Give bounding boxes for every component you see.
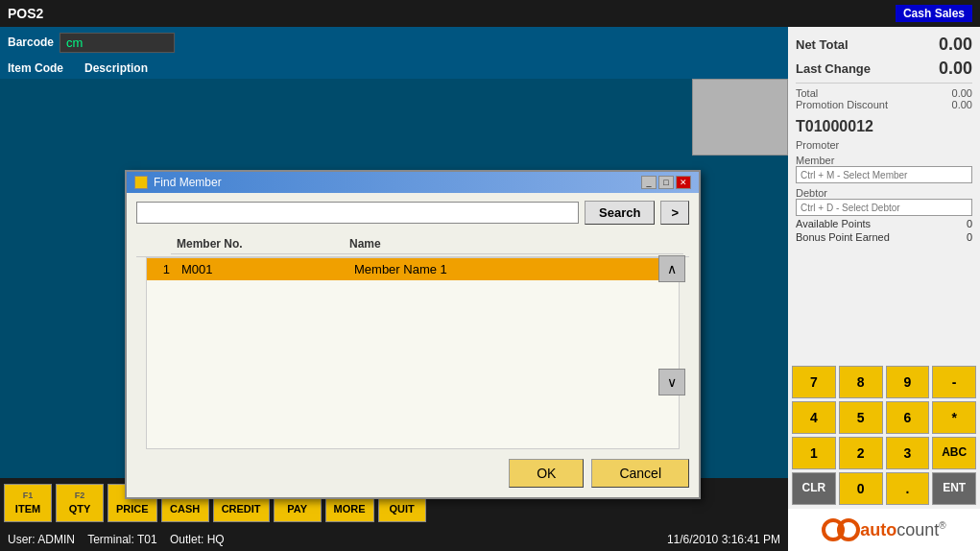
cash-sales-badge: Cash Sales xyxy=(896,5,972,22)
debtor-section: Debtor xyxy=(796,187,972,216)
numpad-btn-2[interactable]: 2 xyxy=(839,437,883,469)
bonus-point-label: Bonus Point Earned xyxy=(796,231,890,243)
status-outlet: Outlet: HQ xyxy=(170,533,225,546)
autocount-logo-icon xyxy=(822,515,860,545)
right-top: Net Total 0.00 Last Change 0.00 Total 0.… xyxy=(788,27,980,362)
scroll-up-button[interactable]: ∧ xyxy=(658,255,685,282)
numpad-btn-0[interactable]: 0 xyxy=(839,472,883,505)
total-value: 0.00 xyxy=(952,87,972,99)
dialog-title-text: Find Member xyxy=(154,176,222,189)
dialog-bottom: OK Cancel xyxy=(127,449,699,497)
last-change-value: 0.00 xyxy=(939,59,972,79)
net-total-row: Net Total 0.00 xyxy=(796,35,972,55)
member-section: Member xyxy=(796,155,972,183)
main-layout: Barcode Item Code Description Find Membe… xyxy=(0,27,980,551)
order-id-section: T01000012 xyxy=(796,118,972,135)
fn-label: ITEM xyxy=(15,502,40,515)
numpad-btn--[interactable]: - xyxy=(932,366,976,398)
order-id: T01000012 xyxy=(796,118,873,134)
fn-key-item[interactable]: F1ITEM xyxy=(4,484,52,522)
fn-key-qty[interactable]: F2QTY xyxy=(56,484,104,522)
autocount-logo: autocount® xyxy=(788,509,980,551)
next-button[interactable]: > xyxy=(660,201,689,225)
numpad-btn-dot[interactable]: . xyxy=(886,472,930,505)
table-col-desc: Description xyxy=(84,61,780,75)
left-panel: Barcode Item Code Description Find Membe… xyxy=(0,27,788,551)
numpad-grid: 789-456*123ABCCLR0.ENT xyxy=(792,366,976,505)
total-label: Total xyxy=(796,87,818,99)
numpad-btn-8[interactable]: 8 xyxy=(839,366,883,398)
autocount-text: autocount® xyxy=(860,520,945,540)
dialog-close-button[interactable]: ✕ xyxy=(676,176,691,189)
table-area: Find Member _ □ ✕ Search > xyxy=(0,79,788,478)
scroll-down-button[interactable]: ∨ xyxy=(658,369,685,395)
net-total-value: 0.00 xyxy=(939,35,972,55)
last-change-label: Last Change xyxy=(796,61,871,76)
numpad-btn-clr[interactable]: CLR xyxy=(792,472,836,505)
row-num: 1 xyxy=(147,258,176,280)
fn-label: PAY xyxy=(287,502,307,515)
dialog-minimize-button[interactable]: _ xyxy=(641,176,657,189)
numpad-btn-3[interactable]: 3 xyxy=(886,437,930,469)
dialog-titlebar: Find Member _ □ ✕ xyxy=(127,172,699,193)
available-points-value: 0 xyxy=(967,218,972,229)
member-search-input[interactable] xyxy=(136,202,579,224)
cancel-button[interactable]: Cancel xyxy=(591,459,689,488)
bonus-point-value: 0 xyxy=(967,231,972,243)
dialog-list-area[interactable]: 1 M001 Member Name 1 xyxy=(146,257,680,449)
fn-label: PRICE xyxy=(116,502,149,515)
status-bar: User: ADMIN Terminal: T01 Outlet: HQ 11/… xyxy=(0,528,788,551)
top-bar: POS2 Cash Sales xyxy=(0,0,980,27)
net-total-label: Net Total xyxy=(796,37,849,52)
numpad-btn-ent[interactable]: ENT xyxy=(932,472,976,505)
numpad-btn-1[interactable]: 1 xyxy=(792,437,836,469)
barcode-label: Barcode xyxy=(8,36,54,49)
row-name: Member Name 1 xyxy=(348,258,679,280)
promo-value: 0.00 xyxy=(952,99,972,110)
table-header: Item Code Description xyxy=(0,58,788,79)
dialog-maximize-button[interactable]: □ xyxy=(658,176,674,189)
col-member-no-header: Member No. xyxy=(171,234,344,254)
numpad-btn-7[interactable]: 7 xyxy=(792,366,836,398)
fn-num: F1 xyxy=(23,491,34,502)
numpad-btn-abc[interactable]: ABC xyxy=(932,437,976,469)
status-user-terminal-outlet: User: ADMIN Terminal: T01 Outlet: HQ xyxy=(8,533,225,546)
numpad-btn-4[interactable]: 4 xyxy=(792,401,836,434)
dialog-controls: _ □ ✕ xyxy=(641,176,691,189)
table-col-code: Item Code xyxy=(8,61,84,75)
bonus-points-row: Bonus Point Earned 0 xyxy=(796,231,972,243)
numpad-btn-6[interactable]: 6 xyxy=(886,401,930,434)
col-name-header: Name xyxy=(344,234,683,254)
fn-label: MORE xyxy=(334,502,366,515)
member-field[interactable] xyxy=(796,166,972,183)
dialog-title-left: Find Member xyxy=(134,176,222,189)
row-member-no: M001 xyxy=(176,258,348,280)
numpad-btn-*[interactable]: * xyxy=(932,401,976,434)
dialog-search-row: Search > xyxy=(127,193,699,232)
fn-label: QTY xyxy=(69,502,91,515)
status-user: User: ADMIN xyxy=(8,533,75,546)
numpad-btn-5[interactable]: 5 xyxy=(839,401,883,434)
available-points-label: Available Points xyxy=(796,218,871,229)
numpad-btn-9[interactable]: 9 xyxy=(886,366,930,398)
debtor-field[interactable] xyxy=(796,199,972,216)
fn-label: CREDIT xyxy=(222,502,261,515)
dialog-table-container: Member No. Name 1 M001 Member Name 1 xyxy=(127,232,699,449)
promoter-label: Promoter xyxy=(796,139,972,151)
ok-button[interactable]: OK xyxy=(509,459,584,488)
debtor-label: Debtor xyxy=(796,187,972,199)
right-panel: Net Total 0.00 Last Change 0.00 Total 0.… xyxy=(788,27,980,551)
barcode-row: Barcode xyxy=(0,27,788,58)
scroll-arrows: ∧ ∨ xyxy=(658,255,685,395)
dialog-icon xyxy=(134,176,148,189)
find-member-dialog: Find Member _ □ ✕ Search > xyxy=(125,170,701,499)
promo-row: Promotion Discount 0.00 xyxy=(796,99,972,110)
member-label: Member xyxy=(796,155,972,166)
barcode-input[interactable] xyxy=(60,33,175,53)
last-change-row: Last Change 0.00 xyxy=(796,59,972,79)
status-terminal: Terminal: T01 xyxy=(87,533,156,546)
fn-num: F2 xyxy=(75,491,85,502)
available-points-row: Available Points 0 xyxy=(796,218,972,229)
dialog-row-1[interactable]: 1 M001 Member Name 1 xyxy=(147,258,679,280)
search-button[interactable]: Search xyxy=(585,201,655,225)
